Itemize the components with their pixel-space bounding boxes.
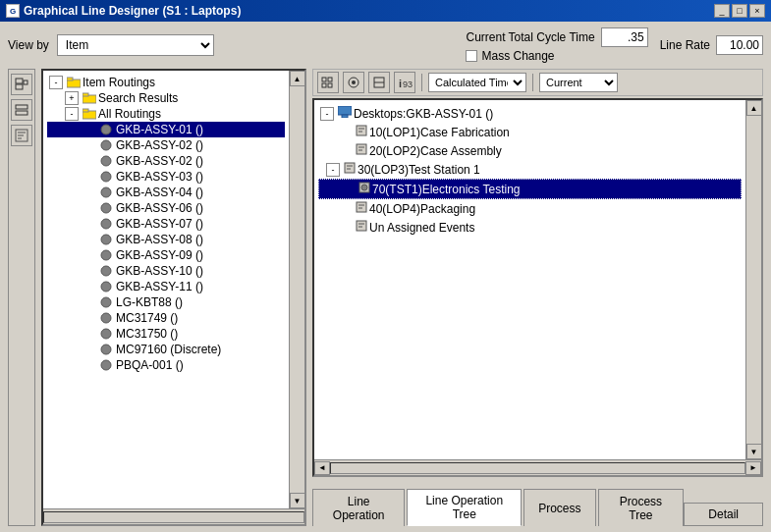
left-tree-item[interactable]: MC31749 () xyxy=(47,310,285,326)
left-scroll-down[interactable]: ▼ xyxy=(290,493,305,508)
svg-text:i: i xyxy=(399,78,402,89)
left-tree-item[interactable]: GKB-ASSY-03 () xyxy=(47,169,285,185)
right-tree-item-label: Desktops:GKB-ASSY-01 () xyxy=(354,107,493,121)
tree-expander[interactable]: + xyxy=(65,91,79,105)
tab-process[interactable]: Process xyxy=(523,489,595,526)
calculated-times-select[interactable]: Calculated Times xyxy=(428,73,526,92)
svg-point-23 xyxy=(101,250,111,260)
right-scroll-up[interactable]: ▲ xyxy=(746,100,762,116)
right-hscroll-right[interactable]: ► xyxy=(745,461,761,475)
right-vscrollbar[interactable]: ▲ ▼ xyxy=(745,100,761,459)
left-scroll-up[interactable]: ▲ xyxy=(290,71,305,86)
right-scroll-down[interactable]: ▼ xyxy=(746,444,762,459)
item-icon xyxy=(100,202,114,214)
right-tree-area[interactable]: - Desktops:GKB-ASSY-01 () 10(LOP1)Case F… xyxy=(314,100,745,459)
tab-line-operation-tree[interactable]: Line Operation Tree xyxy=(407,489,522,526)
line-rate-group: Line Rate 10.00 xyxy=(660,35,763,55)
left-tree-item[interactable]: GKB-ASSY-02 () xyxy=(47,137,285,153)
item-icon xyxy=(100,296,114,308)
toolbar-btn-2[interactable] xyxy=(343,72,364,93)
restore-button[interactable]: □ xyxy=(732,4,747,18)
minimize-button[interactable]: _ xyxy=(714,4,730,18)
right-tree-item[interactable]: 20(LOP2)Case Assembly xyxy=(318,141,742,160)
left-tree-item[interactable]: LG-KBT88 () xyxy=(47,294,285,310)
tree-item-label: GKB-ASSY-06 () xyxy=(116,201,203,215)
right-hscrollbar[interactable]: ◄ ► xyxy=(314,459,761,475)
svg-rect-42 xyxy=(342,115,348,118)
tree-item-label: GKB-ASSY-09 () xyxy=(116,248,203,262)
right-tree-item-label: 30(LOP3)Test Station 1 xyxy=(358,163,480,177)
left-tree-item[interactable]: MC97160 (Discrete) xyxy=(47,342,285,357)
toolbar-btn-3[interactable] xyxy=(368,72,390,93)
tree-item-label: MC31750 () xyxy=(116,327,178,341)
app-icon: G xyxy=(6,4,20,18)
right-tree-item[interactable]: Un Assigned Events xyxy=(318,218,742,237)
svg-rect-4 xyxy=(16,111,28,115)
tree-item-label: GKB-ASSY-08 () xyxy=(116,233,203,246)
tree-item-label: MC97160 (Discrete) xyxy=(116,343,221,356)
tree-expander[interactable]: - xyxy=(65,107,79,121)
left-tree-item[interactable]: + Search Results xyxy=(47,90,285,106)
left-tree-item[interactable]: GKB-ASSY-10 () xyxy=(47,263,285,279)
right-hscroll-left[interactable]: ◄ xyxy=(314,461,330,475)
view-by-select[interactable]: Item xyxy=(57,34,214,56)
left-tree-item[interactable]: GKB-ASSY-08 () xyxy=(47,232,285,247)
svg-point-28 xyxy=(101,329,111,339)
right-tree-item[interactable]: - 30(LOP3)Test Station 1 xyxy=(318,160,742,179)
item-icon xyxy=(100,139,114,151)
left-tree-item[interactable]: GKB-ASSY-06 () xyxy=(47,200,285,216)
lop-icon xyxy=(356,201,367,216)
filter-button[interactable] xyxy=(11,125,32,146)
right-tree-item[interactable]: - Desktops:GKB-ASSY-01 () xyxy=(318,104,742,123)
zoom-out-button[interactable] xyxy=(11,99,32,121)
svg-rect-10 xyxy=(67,78,73,80)
tab-line-operation[interactable]: Line Operation xyxy=(312,489,405,526)
left-vscrollbar[interactable]: ▲ ▼ xyxy=(289,71,304,508)
tree-item-label: GKB-ASSY-02 () xyxy=(116,138,203,152)
mass-change-checkbox[interactable] xyxy=(466,50,477,62)
svg-point-21 xyxy=(101,219,111,229)
right-tree-item[interactable]: 70(TST1)Electronics Testing xyxy=(318,179,742,199)
right-tree-item-label: 70(TST1)Electronics Testing xyxy=(372,183,521,196)
left-tree-scroll[interactable]: - Item Routings+ Search Results- All Rou… xyxy=(43,71,289,508)
item-icon xyxy=(100,234,114,245)
tree-expander[interactable]: - xyxy=(49,76,63,89)
left-tree-item[interactable]: GKB-ASSY-01 () xyxy=(47,122,285,137)
right-tree-item-label: 40(LOP4)Packaging xyxy=(369,202,475,216)
svg-point-29 xyxy=(101,345,111,354)
right-tree-item[interactable]: 40(LOP4)Packaging xyxy=(318,199,742,218)
item-icon xyxy=(100,186,114,198)
left-tree-item[interactable]: GKB-ASSY-02 () xyxy=(47,153,285,169)
right-tree-expander[interactable]: - xyxy=(320,107,334,121)
svg-point-26 xyxy=(101,297,111,307)
close-button[interactable]: × xyxy=(749,4,765,18)
toolbar-btn-1[interactable] xyxy=(317,72,339,93)
tree-item-label: GKB-ASSY-03 () xyxy=(116,170,203,184)
left-tree-item[interactable]: GKB-ASSY-04 () xyxy=(47,185,285,200)
left-hscrollbar[interactable] xyxy=(43,508,304,524)
detail-button[interactable]: Detail xyxy=(684,503,763,526)
current-select[interactable]: Current xyxy=(539,73,618,92)
right-tree-expander[interactable]: - xyxy=(326,163,340,177)
svg-point-27 xyxy=(101,313,111,323)
item-icon xyxy=(100,171,114,183)
zoom-in-button[interactable] xyxy=(11,74,32,95)
svg-point-36 xyxy=(352,80,356,84)
right-toolbar: i 93 Calculated Times Current xyxy=(312,69,763,96)
right-tree-item[interactable]: 10(LOP1)Case Fabrication xyxy=(318,123,742,141)
right-panel: i 93 Calculated Times Current - Desktops… xyxy=(312,69,763,526)
left-tree-item[interactable]: - All Routings xyxy=(47,106,285,122)
left-tree-item[interactable]: GKB-ASSY-09 () xyxy=(47,247,285,263)
title-bar-buttons[interactable]: _ □ × xyxy=(714,4,765,18)
toolbar-btn-4[interactable]: i 93 xyxy=(394,72,415,93)
cycle-time-group: Current Total Cycle Time .35 Mass Change xyxy=(466,27,647,63)
left-tree-item[interactable]: MC31750 () xyxy=(47,326,285,342)
item-icon xyxy=(100,249,114,261)
left-tree-item[interactable]: PBQA-001 () xyxy=(47,357,285,373)
tree-item-label: GKB-ASSY-02 () xyxy=(116,154,203,168)
left-tree-item[interactable]: - Item Routings xyxy=(47,75,285,90)
tab-process-tree[interactable]: Process Tree xyxy=(598,489,685,526)
left-tree-item[interactable]: GKB-ASSY-11 () xyxy=(47,279,285,294)
tst-icon xyxy=(358,182,370,196)
left-tree-item[interactable]: GKB-ASSY-07 () xyxy=(47,216,285,232)
